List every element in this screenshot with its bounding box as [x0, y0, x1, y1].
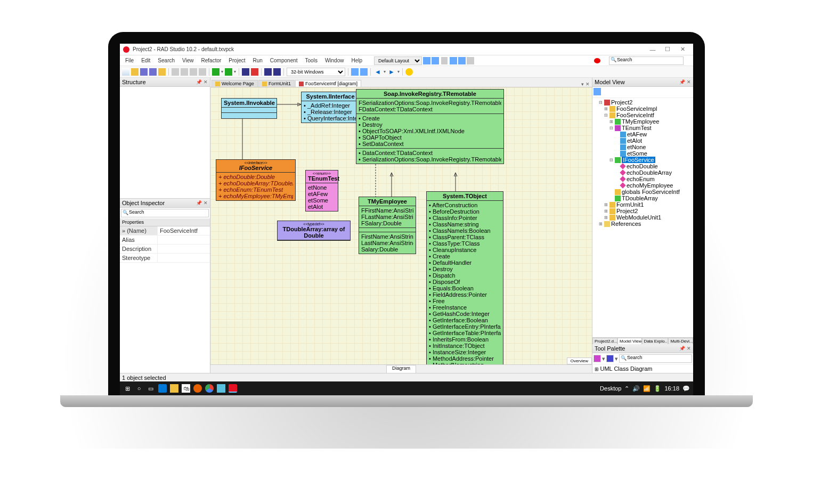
uml-class-tobject[interactable]: System.TObject • AfterConstruction• Befo… [426, 191, 503, 364]
tree-node[interactable]: ⊞FooServiceImpl [594, 105, 692, 112]
open-project-button[interactable] [158, 68, 166, 76]
menu-tools[interactable]: Tools [302, 56, 321, 64]
overview-button[interactable]: Overview [567, 357, 592, 364]
cortana-icon[interactable]: ○ [135, 384, 143, 393]
uml-class-invokable[interactable]: System.IInvokable [221, 98, 277, 119]
tree-node[interactable]: echoEnum [594, 176, 692, 182]
layout-selector[interactable]: Default Layout [374, 56, 422, 65]
open-button[interactable] [131, 68, 139, 76]
layout-icon-4[interactable] [458, 57, 466, 64]
platform-selector[interactable]: 32-bit Windows [287, 68, 345, 76]
palette-btn-2[interactable] [606, 355, 614, 362]
new-button[interactable] [122, 68, 129, 76]
editor-tab[interactable]: FormUnit1 [258, 80, 295, 87]
menu-refactor[interactable]: Refactor [198, 56, 225, 64]
property-row[interactable]: Description [120, 245, 210, 254]
minimize-button[interactable]: — [645, 46, 660, 53]
property-row[interactable]: Stereotype [120, 254, 210, 263]
rad-studio-taskbar-icon[interactable] [229, 384, 237, 393]
property-row[interactable]: » (Name)FooServiceIntf [120, 226, 210, 235]
tree-node[interactable]: etAlot [594, 137, 692, 144]
layout-icon-3[interactable] [450, 57, 457, 64]
tree-node[interactable]: etNone [594, 144, 692, 150]
tree-node[interactable]: etSome [594, 150, 692, 157]
pin-icon[interactable]: 📌 ✕ [196, 200, 208, 206]
menu-file[interactable]: File [122, 56, 137, 64]
firefox-icon[interactable] [193, 384, 202, 393]
tree-node[interactable]: ⊞Project2 [594, 208, 692, 214]
model-view-toolbar-icon[interactable] [594, 88, 601, 95]
tree-node[interactable]: ⊞WebModuleUnit1 [594, 214, 692, 221]
close-button[interactable]: ✕ [675, 46, 690, 53]
panel-tab[interactable]: Multi-Devi... [668, 338, 693, 344]
store-icon[interactable]: 🛍 [182, 384, 190, 393]
toolbar-btn-2[interactable] [181, 68, 188, 76]
pause-button[interactable] [242, 68, 249, 76]
model-view-tree[interactable]: ⊟Project2⊞FooServiceImpl⊟FooServiceIntf⊞… [592, 98, 693, 337]
save-button[interactable] [140, 68, 148, 76]
uml-class-tremotable[interactable]: Soap.InvokeRegistry.TRemotable FSerializ… [356, 89, 504, 164]
tree-node[interactable]: echoDouble [594, 163, 692, 169]
toolbar-btn-3[interactable] [190, 68, 197, 76]
uml-class-iinterface[interactable]: System.IInterface • _AddRef:Integer• _Re… [301, 92, 360, 123]
uml-interface-ifooservice[interactable]: <<interface>>IFooService + echoDouble:Do… [216, 159, 296, 201]
run-button[interactable] [212, 68, 219, 76]
wifi-icon[interactable]: 📶 [643, 385, 651, 392]
tree-node[interactable]: globals FooServiceIntf [594, 189, 692, 195]
explorer-icon[interactable] [170, 384, 178, 393]
volume-icon[interactable]: 🔊 [632, 385, 640, 392]
uml-typedef-tdoublearray[interactable]: <<typedef>>TDoubleArray:array of Double [277, 221, 351, 241]
tree-node[interactable]: ⊟TEnumTest [594, 125, 692, 131]
pin-icon[interactable]: 📌 ✕ [679, 346, 691, 351]
layout-icon-2[interactable] [432, 57, 439, 64]
help-button[interactable] [405, 68, 413, 76]
battery-icon[interactable]: 🔋 [654, 385, 661, 392]
tree-node[interactable]: echoDoubleArray [594, 169, 692, 176]
maximize-button[interactable]: ☐ [660, 46, 675, 53]
tree-node[interactable]: echoMyEmployee [594, 182, 692, 189]
global-search-input[interactable]: Search [609, 56, 684, 65]
toolbar-btn-1[interactable] [172, 68, 179, 76]
tree-node[interactable]: ⊞References [594, 221, 692, 227]
nav-back-button[interactable]: ◄ [373, 68, 382, 76]
panel-tab[interactable]: Project2.d... [592, 338, 617, 344]
menu-project[interactable]: Project [225, 56, 248, 64]
tree-node[interactable]: TDoubleArray [594, 195, 692, 201]
start-button[interactable]: ⊞ [123, 384, 132, 393]
layout-icon-1[interactable] [423, 57, 430, 64]
task-view-icon[interactable]: ▭ [147, 384, 155, 393]
redo-button[interactable] [360, 68, 368, 76]
pin-icon[interactable]: 📌 ✕ [196, 79, 208, 85]
menu-window[interactable]: Window [322, 56, 347, 64]
properties-tab[interactable]: Properties [120, 218, 210, 226]
tabs-dropdown-icon[interactable]: ▾ ✕ [579, 82, 592, 87]
step-over-button[interactable] [264, 68, 272, 76]
property-row[interactable]: Alias [120, 235, 210, 245]
uml-class-tmyemployee[interactable]: TMyEmployee FFirstName:AnsiStringFLastNa… [359, 197, 416, 254]
menu-component[interactable]: Component [267, 56, 301, 64]
palette-search-input[interactable]: Search [619, 354, 692, 363]
diagram-canvas[interactable]: System.IInvokable System.IInterface • _A… [210, 87, 592, 364]
menu-run[interactable]: Run [249, 56, 265, 64]
palette-category[interactable]: ⊞ UML Class Diagram [592, 364, 693, 373]
desktop-label[interactable]: Desktop [600, 385, 621, 392]
tree-node[interactable]: ⊞FormUnit1 [594, 201, 692, 208]
palette-btn-1[interactable] [594, 355, 601, 362]
tree-node[interactable]: ⊟FooServiceIntf [594, 112, 692, 118]
panel-tab[interactable]: Data Explo... [642, 338, 669, 344]
menu-view[interactable]: View [179, 56, 197, 64]
tree-node[interactable]: ⊟Project2 [594, 99, 692, 105]
editor-tab[interactable]: FooServiceIntf [diagram] [295, 80, 361, 87]
tray-expand-icon[interactable]: ⌃ [624, 385, 629, 392]
edge-icon[interactable] [158, 384, 167, 393]
editor-tab[interactable]: Welcome Page [212, 80, 258, 87]
run-no-debug-button[interactable] [225, 68, 232, 76]
save-all-button[interactable] [149, 68, 157, 76]
menu-edit[interactable]: Edit [138, 56, 153, 64]
stop-button[interactable] [251, 68, 258, 76]
inspector-search-input[interactable]: Search [121, 209, 209, 217]
undo-button[interactable] [351, 68, 359, 76]
chrome-icon[interactable] [205, 384, 214, 393]
tree-node[interactable]: etAFew [594, 131, 692, 137]
tree-node[interactable]: ⊞TMyEmployee [594, 118, 692, 125]
